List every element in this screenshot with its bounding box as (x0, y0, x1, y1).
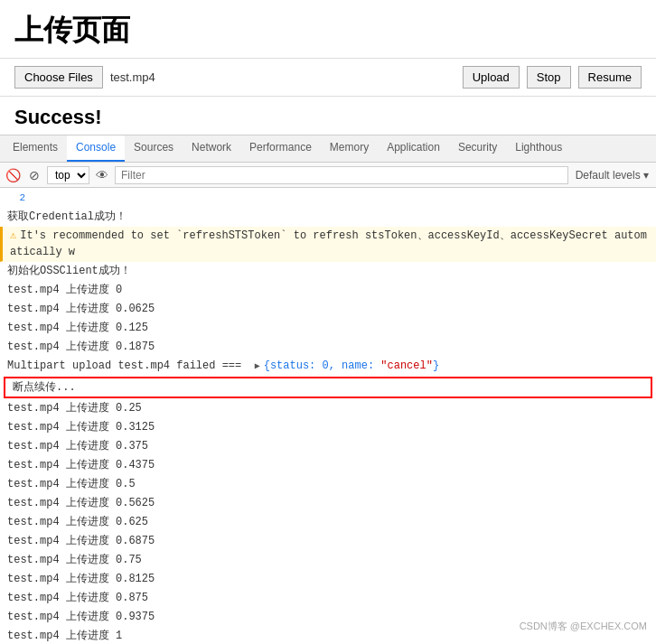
console-line: test.mp4 上传进度 0.625 (0, 513, 656, 532)
clear-console-button[interactable]: 🚫 (4, 166, 22, 184)
filter-input[interactable] (115, 166, 568, 184)
page-title: 上传页面 (0, 0, 656, 58)
console-line: test.mp4 上传进度 0.5625 (0, 494, 656, 513)
success-message: Success! (0, 97, 656, 135)
console-line: test.mp4 上传进度 0.5 (0, 475, 656, 494)
console-line: test.mp4 上传进度 0.75 (0, 551, 656, 570)
console-output: 2 获取Credential成功！ ⚠It's recommended to s… (0, 188, 656, 644)
default-levels-label[interactable]: Default levels ▾ (572, 167, 652, 183)
console-toolbar: 🚫 ⊘ top 👁 Default levels ▾ (0, 163, 656, 188)
eye-button[interactable]: 👁 (93, 166, 111, 184)
file-toolbar: Choose Files test.mp4 Upload Stop Resume (0, 58, 656, 97)
tab-console[interactable]: Console (67, 135, 125, 162)
filter-toggle-button[interactable]: ⊘ (25, 166, 43, 184)
tab-performance[interactable]: Performance (240, 135, 321, 162)
console-line: test.mp4 上传进度 0.4375 (0, 456, 656, 475)
choose-files-button[interactable]: Choose Files (14, 66, 103, 89)
console-line: test.mp4 上传进度 0.9375 (0, 608, 656, 627)
tab-sources[interactable]: Sources (125, 135, 183, 162)
tab-application[interactable]: Application (378, 135, 449, 162)
tab-lighthouse[interactable]: Lighthous (506, 135, 571, 162)
console-line: test.mp4 上传进度 0.1875 (0, 338, 656, 357)
tab-network[interactable]: Network (183, 135, 240, 162)
file-name-label: test.mp4 (110, 70, 155, 84)
console-line: test.mp4 上传进度 0 (0, 281, 656, 300)
console-line: test.mp4 上传进度 0.125 (0, 319, 656, 338)
devtools-tabs: Elements Console Sources Network Perform… (0, 135, 656, 163)
console-line: Multipart upload test.mp4 failed === ▶{s… (0, 357, 656, 376)
console-line: test.mp4 上传进度 0.25 (0, 399, 656, 418)
stop-button[interactable]: Stop (527, 66, 571, 89)
resume-button[interactable]: Resume (578, 66, 642, 89)
console-line: test.mp4 上传进度 0.3125 (0, 418, 656, 437)
console-line-warn: ⚠It's recommended to set `refreshSTSToke… (0, 227, 656, 262)
tab-security[interactable]: Security (449, 135, 506, 162)
console-line: 2 (0, 190, 656, 208)
tab-memory[interactable]: Memory (321, 135, 378, 162)
context-select[interactable]: top (47, 166, 89, 184)
console-line: test.mp4 上传进度 0.0625 (0, 300, 656, 319)
console-line: test.mp4 上传进度 1 (0, 627, 656, 645)
console-line: test.mp4 上传进度 0.375 (0, 437, 656, 456)
console-line: test.mp4 上传进度 0.8125 (0, 570, 656, 589)
console-line: test.mp4 上传进度 0.6875 (0, 532, 656, 551)
console-line: 获取Credential成功！ (0, 208, 656, 227)
upload-button[interactable]: Upload (463, 66, 520, 89)
tab-elements[interactable]: Elements (4, 135, 67, 162)
devtools-panel: Elements Console Sources Network Perform… (0, 135, 656, 644)
console-line: test.mp4 上传进度 0.875 (0, 589, 656, 608)
console-line-highlighted: 断点续传... (4, 377, 652, 398)
console-line: 初始化OSSClient成功！ (0, 262, 656, 281)
